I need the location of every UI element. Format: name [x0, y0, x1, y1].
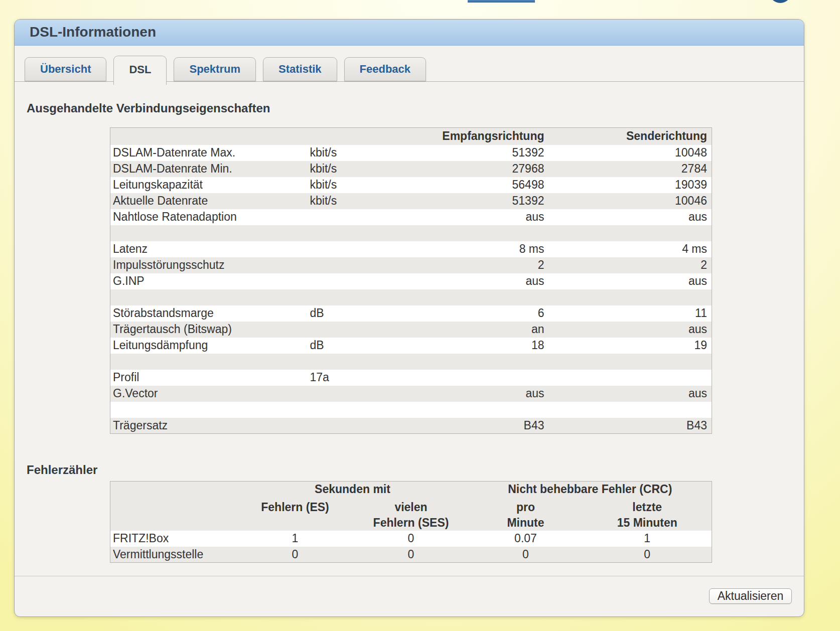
- row-unit: dB: [307, 338, 402, 354]
- row-label: Störabstandsmarge: [110, 305, 307, 322]
- header-empty-unit: [307, 128, 402, 145]
- row-unit: [307, 402, 402, 418]
- group-header-seconds: Sekunden mit: [237, 482, 469, 498]
- top-right-circle-icon: [769, 0, 791, 3]
- footer-divider: [15, 576, 804, 576]
- row-downstream-value: 2: [402, 257, 549, 273]
- row-es-value: 1: [237, 531, 354, 547]
- row-downstream-value: aus: [402, 273, 549, 289]
- table-row: Trägertausch (Bitswap) an aus: [110, 322, 712, 338]
- error-table-group-header-row: Sekunden mit Nicht behebbare Fehler (CRC…: [110, 482, 712, 498]
- connection-properties-table: Empfangsrichtung Senderichtung DSLAM-Dat…: [110, 127, 712, 434]
- row-upstream-value: 4 ms: [549, 241, 712, 257]
- row-downstream-value: 27968: [402, 161, 549, 177]
- row-unit: [307, 354, 402, 370]
- row-label: Aktuelle Datenrate: [110, 193, 307, 209]
- table-row: G.INP aus aus: [110, 273, 712, 289]
- table-row: Vermittlungsstelle 0 0 0 0: [110, 547, 712, 563]
- row-unit: [307, 225, 402, 241]
- apply-button-fragment[interactable]: [468, 0, 535, 3]
- row-es-value: 0: [237, 547, 354, 563]
- table-row: [110, 225, 712, 241]
- row-unit: [307, 273, 402, 289]
- row-label: [110, 402, 307, 418]
- row-upstream-value: [549, 402, 712, 418]
- tab-uebersicht[interactable]: Übersicht: [25, 57, 106, 81]
- row-upstream-value: [549, 225, 712, 241]
- row-downstream-value: 6: [402, 305, 549, 322]
- error-table-body: FRITZ!Box 1 0 0.07 1 Vermittlungsstelle …: [110, 531, 712, 563]
- table-row: Störabstandsmarge dB 6 11: [110, 305, 712, 322]
- row-downstream-value: 56498: [402, 177, 549, 193]
- table-row: [110, 289, 712, 305]
- row-downstream-value: B43: [402, 418, 549, 434]
- row-label: [110, 225, 307, 241]
- table-row: [110, 402, 712, 418]
- table-row: Leitungsdämpfung dB 18 19: [110, 338, 712, 354]
- row-upstream-value: [549, 354, 712, 370]
- table-row: Nahtlose Ratenadaption aus aus: [110, 209, 712, 225]
- subheader-last-15: letzte 15 Minuten: [583, 498, 712, 531]
- row-label: Vermittlungsstelle: [110, 547, 237, 563]
- connection-table-body: DSLAM-Datenrate Max. kbit/s 51392 10048 …: [110, 145, 712, 434]
- subheader-per-minute: pro Minute: [469, 498, 583, 531]
- header-empty-label: [110, 128, 307, 145]
- dsl-information-panel: DSL-Informationen Übersicht DSL Spektrum…: [14, 19, 804, 617]
- error-counter-table: Sekunden mit Nicht behebbare Fehler (CRC…: [110, 481, 712, 563]
- header-downstream: Empfangsrichtung: [402, 128, 549, 145]
- row-label: DSLAM-Datenrate Min.: [110, 161, 307, 177]
- row-last-15-value: 0: [583, 547, 712, 563]
- tab-statistik[interactable]: Statistik: [263, 57, 337, 81]
- row-upstream-value: 19: [549, 338, 712, 354]
- error-table-subheader-row: Fehlern (ES) vielen Fehlern (SES) pro Mi…: [110, 498, 712, 531]
- row-label: G.Vector: [110, 386, 307, 402]
- row-per-minute-value: 0: [469, 547, 583, 563]
- row-upstream-value: [549, 370, 712, 386]
- row-unit: [307, 241, 402, 257]
- row-downstream-value: [402, 402, 549, 418]
- row-downstream-value: 51392: [402, 193, 549, 209]
- subheader-ses: vielen Fehlern (SES): [354, 498, 469, 531]
- tab-feedback[interactable]: Feedback: [344, 57, 427, 81]
- refresh-button[interactable]: Aktualisieren: [709, 588, 792, 604]
- row-ses-value: 0: [354, 531, 469, 547]
- tab-dsl[interactable]: DSL: [113, 56, 167, 85]
- row-upstream-value: 2: [549, 257, 712, 273]
- row-downstream-value: an: [402, 322, 549, 338]
- group-header-empty: [110, 482, 237, 498]
- row-label: [110, 354, 307, 370]
- row-unit: kbit/s: [307, 193, 402, 209]
- row-downstream-value: 8 ms: [402, 241, 549, 257]
- row-label: [110, 289, 307, 305]
- panel-header: DSL-Informationen: [15, 20, 804, 46]
- row-unit: [307, 322, 402, 338]
- row-unit: kbit/s: [307, 177, 402, 193]
- row-upstream-value: aus: [549, 209, 712, 225]
- table-row: [110, 354, 712, 370]
- row-unit: kbit/s: [307, 145, 402, 161]
- row-label: Latenz: [110, 241, 307, 257]
- row-last-15-value: 1: [583, 531, 712, 547]
- table-row: Aktuelle Datenrate kbit/s 51392 10046: [110, 193, 712, 209]
- row-upstream-value: 10048: [549, 145, 712, 161]
- row-upstream-value: 10046: [549, 193, 712, 209]
- table-row: G.Vector aus aus: [110, 386, 712, 402]
- row-upstream-value: [549, 289, 712, 305]
- row-downstream-value: [402, 225, 549, 241]
- row-per-minute-value: 0.07: [469, 531, 583, 547]
- row-upstream-value: 2784: [549, 161, 712, 177]
- group-header-crc: Nicht behebbare Fehler (CRC): [469, 482, 712, 498]
- row-label: Impulsstörungsschutz: [110, 257, 307, 273]
- tab-spektrum[interactable]: Spektrum: [174, 57, 255, 81]
- row-downstream-value: aus: [402, 386, 549, 402]
- row-unit: dB: [307, 305, 402, 322]
- row-unit: [307, 386, 402, 402]
- row-downstream-value: 51392: [402, 145, 549, 161]
- row-upstream-value: 11: [549, 305, 712, 322]
- table-row: DSLAM-Datenrate Max. kbit/s 51392 10048: [110, 145, 712, 161]
- row-upstream-value: B43: [549, 418, 712, 434]
- table-row: Trägersatz B43 B43: [110, 418, 712, 434]
- row-label: Profil: [110, 370, 307, 386]
- row-upstream-value: aus: [549, 386, 712, 402]
- subheader-empty: [110, 498, 237, 531]
